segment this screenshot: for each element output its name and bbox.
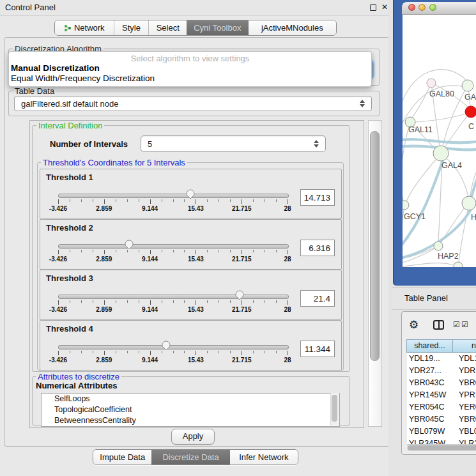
- dropdown-item-equal-width-frequency[interactable]: Equal Width/Frequency Discretization: [11, 73, 155, 83]
- float-window-icon[interactable]: [370, 4, 376, 11]
- tab-network[interactable]: Network: [55, 20, 114, 35]
- tab-label: Style: [122, 23, 141, 33]
- dropdown-item-manual-discretization[interactable]: Manual Discretization: [11, 63, 100, 73]
- tab-impute-data[interactable]: Impute Data: [93, 450, 151, 464]
- threshold-3-value-field[interactable]: 21.4: [300, 290, 335, 307]
- slider-thumb[interactable]: [234, 289, 245, 300]
- numerical-attributes-list[interactable]: SelfLoopsTopologicalCoefficientBetweenne…: [41, 393, 340, 427]
- slider-major-tick: [196, 250, 196, 254]
- network-node-label: GA: [464, 93, 476, 102]
- slider-minor-tick: [116, 351, 116, 353]
- list-item[interactable]: SelfLoops: [42, 394, 339, 404]
- slider-minor-tick: [230, 300, 231, 303]
- tab-select[interactable]: Select: [148, 20, 187, 35]
- slider-major-tick: [242, 351, 242, 355]
- network-node-node[interactable]: [462, 196, 476, 210]
- slider-minor-tick: [184, 351, 185, 353]
- columns-icon[interactable]: [433, 320, 444, 330]
- algorithm-dropdown-popup: Select algorithm to view settings Manual…: [8, 51, 372, 87]
- network-node-node[interactable]: [462, 80, 473, 91]
- slider-minor-tick: [81, 300, 82, 303]
- vertical-scrollbar-thumb[interactable]: [370, 131, 380, 361]
- network-node-GAL4[interactable]: [433, 146, 449, 161]
- threshold-3-slider[interactable]: [58, 295, 289, 299]
- checkbox-icon[interactable]: ☑: [453, 320, 460, 329]
- threshold-4-slider[interactable]: [58, 345, 289, 349]
- table-row[interactable]: YBR043CYBR0: [407, 377, 476, 389]
- tab-label: jActiveMNodules: [261, 23, 323, 33]
- network-canvas[interactable]: GAL80GACGAL11GAL4GCY1HHAP2: [403, 15, 476, 267]
- network-edge-thick[interactable]: [403, 139, 476, 142]
- network-node-node[interactable]: [454, 262, 463, 267]
- slider-thumb[interactable]: [161, 340, 171, 351]
- table-data-combobox[interactable]: galFiltered.sif default node: [14, 96, 372, 111]
- network-node-node[interactable]: [427, 79, 436, 88]
- attributes-scrollbar-thumb[interactable]: [332, 395, 337, 422]
- slider-minor-tick: [93, 300, 93, 303]
- network-edge[interactable]: [415, 114, 466, 122]
- slider-minor-tick: [162, 300, 162, 303]
- slider-tick-label: 15.43: [188, 205, 204, 212]
- list-item[interactable]: TopologicalCoefficient: [42, 404, 339, 415]
- threshold-4-label: Threshold 4: [46, 324, 93, 334]
- cell-shared-name: YPR145W: [409, 389, 446, 401]
- slider-tick-label: 28: [284, 205, 291, 212]
- apply-button[interactable]: Apply: [171, 429, 215, 445]
- network-edge[interactable]: [403, 127, 409, 201]
- window-maximize-icon[interactable]: [429, 4, 436, 11]
- column-header-name[interactable]: n: [452, 339, 476, 353]
- threshold-2-slider[interactable]: [58, 244, 289, 249]
- window-close-icon[interactable]: [408, 4, 415, 11]
- slider-major-tick: [288, 300, 288, 305]
- network-edge-thick[interactable]: [472, 165, 476, 197]
- tab-style[interactable]: Style: [114, 20, 149, 35]
- tab-discretize-data[interactable]: Discretize Data: [151, 450, 229, 464]
- horizontal-scrollbar-thumb[interactable]: [408, 445, 476, 450]
- num-intervals-value: 5: [148, 139, 152, 149]
- slider-major-tick: [104, 351, 105, 355]
- column-header-shared[interactable]: shared...: [406, 339, 453, 353]
- table-row[interactable]: YPR145WYPR1: [407, 389, 476, 401]
- tab-label: Select: [157, 23, 180, 33]
- threshold-4-value-field[interactable]: 11.344: [300, 341, 335, 357]
- threshold-2-value-field[interactable]: 6.316: [300, 240, 335, 256]
- slider-thumb[interactable]: [185, 188, 196, 199]
- gear-icon[interactable]: ⚙: [409, 318, 418, 331]
- window-minimize-icon[interactable]: [418, 4, 426, 11]
- table-row[interactable]: YER054CYER0: [407, 401, 476, 413]
- slider-minor-tick: [207, 300, 208, 303]
- network-edge[interactable]: [403, 263, 454, 267]
- slider-minor-tick: [162, 351, 162, 353]
- slider-thumb[interactable]: [124, 239, 134, 250]
- table-data-value: galFiltered.sif default node: [21, 99, 118, 109]
- slider-minor-tick: [276, 199, 277, 202]
- slider-minor-tick: [253, 199, 254, 202]
- network-edge[interactable]: [406, 160, 436, 201]
- table-row[interactable]: YDR27...YDR2: [407, 365, 476, 377]
- threshold-1-slider[interactable]: [58, 194, 289, 198]
- network-node-GCY1[interactable]: [403, 201, 409, 210]
- threshold-1-value-field[interactable]: 14.713: [300, 189, 335, 206]
- table-row[interactable]: YDL19...YDL1: [407, 353, 476, 365]
- cell-name: YBR0: [459, 413, 476, 426]
- close-icon[interactable]: ✕: [381, 3, 388, 12]
- table-row[interactable]: YBR045CYBR0: [407, 413, 476, 426]
- tab-cyni-toolbox[interactable]: Cyni Toolbox: [187, 20, 249, 35]
- network-node-HAP2[interactable]: [434, 242, 443, 250]
- network-node-node-red[interactable]: [465, 106, 476, 118]
- tab-jactivemnodules[interactable]: jActiveMNodules: [249, 20, 336, 35]
- list-item[interactable]: BetweennessCentrality: [42, 415, 339, 426]
- slider-minor-tick: [173, 300, 174, 303]
- slider-minor-tick: [93, 199, 93, 202]
- slider-minor-tick: [230, 250, 231, 252]
- num-intervals-combobox[interactable]: 5: [141, 135, 326, 152]
- network-edge[interactable]: [412, 83, 431, 118]
- slider-minor-tick: [265, 199, 265, 202]
- table-row[interactable]: YLR345WYLR3: [407, 438, 476, 444]
- control-panel-title: Control Panel: [5, 3, 56, 12]
- num-intervals-label: Number of Intervals: [50, 139, 128, 149]
- tab-infer-network[interactable]: Infer Network: [230, 450, 298, 464]
- slider-minor-tick: [219, 351, 219, 353]
- table-row[interactable]: YBL079WYBL0: [407, 426, 476, 438]
- checkbox-icon[interactable]: ☑: [461, 320, 468, 329]
